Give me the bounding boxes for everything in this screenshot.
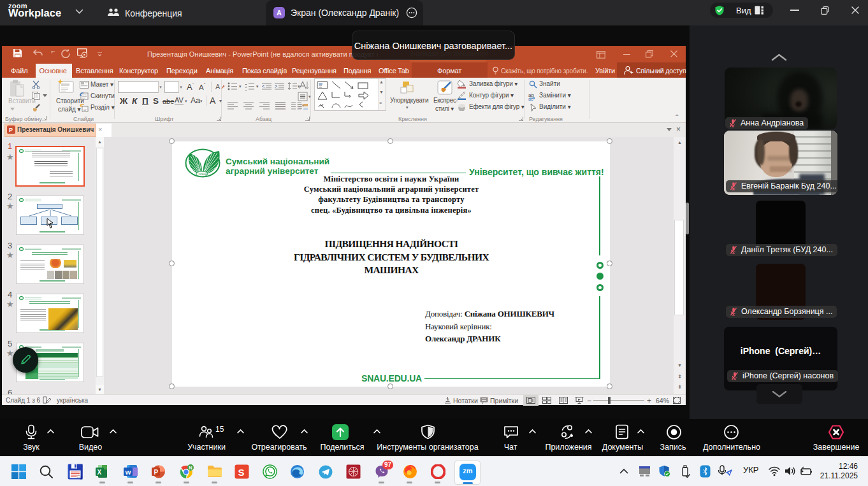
- svg-text:W: W: [126, 469, 131, 476]
- svg-text:ac: ac: [528, 97, 533, 101]
- svg-text:S: S: [238, 467, 245, 478]
- svg-text:P: P: [9, 127, 13, 133]
- svg-text:X: X: [98, 469, 102, 476]
- svg-text:УКРАЇНА: УКРАЇНА: [199, 173, 208, 176]
- svg-text:P: P: [154, 469, 159, 476]
- svg-text:A: A: [215, 83, 221, 90]
- svg-text:N: N: [189, 465, 192, 471]
